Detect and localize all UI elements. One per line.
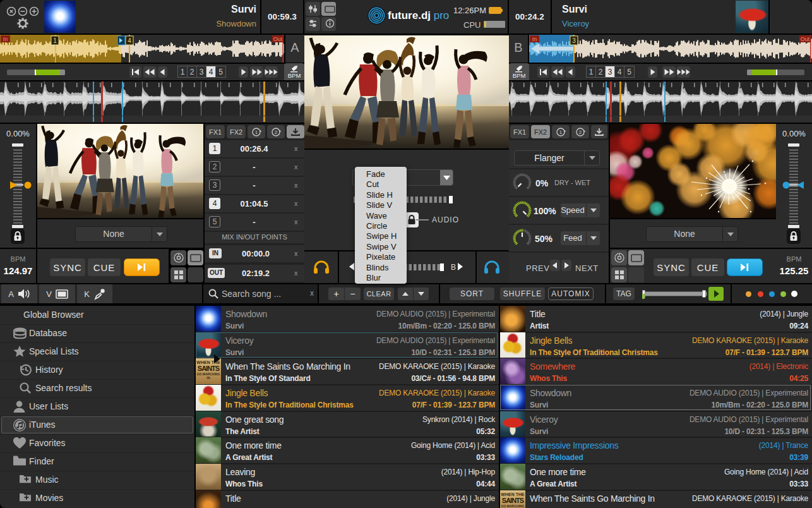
svg-text:1: 1 [255, 130, 258, 135]
svg-text:1: 1 [53, 37, 57, 44]
svg-text:4: 4 [128, 37, 131, 44]
svg-text:2: 2 [579, 130, 582, 135]
svg-text:In: In [532, 36, 537, 42]
svg-text:Out: Out [273, 36, 283, 42]
svg-text:2: 2 [275, 130, 278, 135]
svg-text:1: 1 [559, 130, 563, 135]
svg-text:In: In [3, 36, 8, 42]
svg-text:Out: Out [801, 36, 810, 42]
svg-text:3: 3 [572, 37, 576, 44]
